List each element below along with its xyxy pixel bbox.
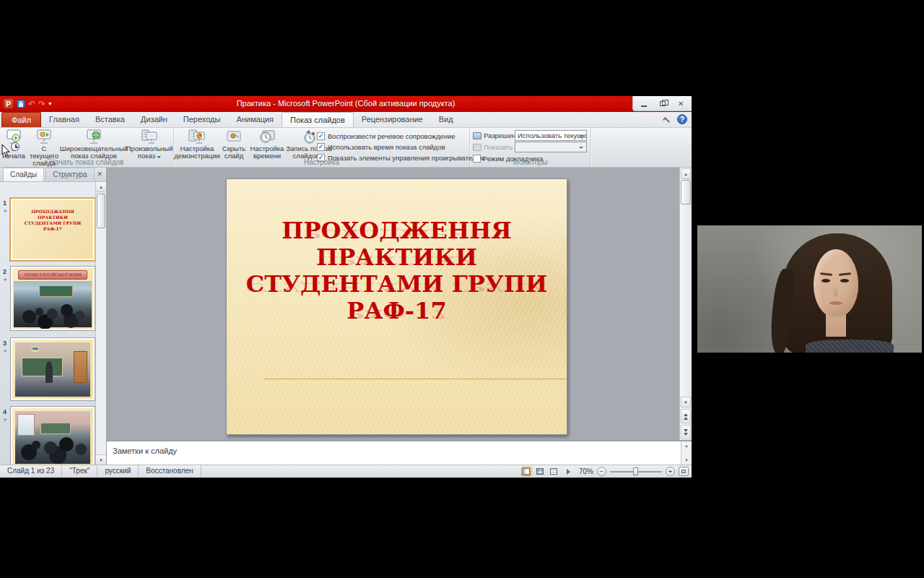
restore-icon (660, 101, 666, 106)
slide-canvas[interactable]: ПРОХОДЖЕННЯПРОХОДЖЕННЯ ПРАКТИКИПРАКТИКИ … (226, 178, 567, 435)
slide-4-number: 4 (3, 408, 6, 415)
save-icon[interactable] (17, 100, 25, 108)
monitor-icon (473, 132, 481, 139)
zoom-slider-thumb[interactable] (633, 467, 638, 475)
minimize-button[interactable] (636, 98, 652, 108)
group-start-slideshow: С начала С текущего слайда Широковещател… (0, 128, 174, 167)
webcam-video (697, 225, 922, 353)
scroll-up-icon[interactable]: ▲ (681, 168, 691, 179)
tab-slideshow[interactable]: Показ слайдов (282, 112, 354, 127)
panel-scrollbar-thumb[interactable] (97, 194, 105, 228)
scroll-down-icon[interactable]: ▼ (681, 456, 692, 465)
slide-thumbnail-1[interactable]: ПРОХОДЖЕННЯ ПРАКТИКИ СТУДЕНТАМИ ГРУПИ РА… (9, 197, 95, 262)
zoom-out-button[interactable]: − (597, 467, 606, 476)
powerpoint-window: P ↶ ↷ ▾ Практика - Microsoft PowerPoint … (0, 96, 692, 478)
view-reading-button[interactable] (549, 467, 559, 476)
status-language[interactable]: русский (97, 465, 139, 478)
slideshow-view-icon (567, 469, 570, 475)
tab-design[interactable]: Дизайн (133, 112, 175, 127)
panel-close-icon[interactable]: ✕ (97, 171, 103, 178)
minimize-icon (641, 105, 647, 107)
editor-scrollbar-thumb[interactable] (681, 180, 691, 204)
tab-transitions[interactable]: Переходы (175, 112, 229, 127)
play-from-current-icon (35, 129, 53, 145)
editor-scrollbar[interactable]: ▲ ▼ (679, 168, 692, 440)
redo-icon[interactable]: ↷ (38, 99, 45, 109)
slide-3-number: 3 (3, 340, 6, 347)
group-label-setup: Настройка (174, 158, 469, 167)
rehearse-clock-icon (258, 129, 276, 145)
tab-home[interactable]: Главная (41, 112, 87, 127)
scroll-down-icon[interactable]: ▼ (96, 454, 106, 465)
zoom-slider[interactable] (610, 467, 662, 476)
slide-thumbnail-2[interactable]: УРОКИ З РОСІЙСЬКОЇ МОВИ (10, 266, 95, 331)
previous-slide-button[interactable] (681, 409, 691, 423)
normal-view-icon (523, 468, 530, 475)
checkbox-use-timings[interactable]: ✓ Использовать время показа слайдов (317, 142, 468, 152)
notes-scrollbar[interactable]: ▲ ▼ (681, 441, 692, 465)
scroll-down-icon[interactable]: ▼ (681, 397, 691, 407)
mouse-cursor (1, 144, 26, 160)
restore-button[interactable] (655, 98, 671, 108)
slide-sorter-icon (536, 468, 544, 475)
fit-to-window-button[interactable] (679, 467, 689, 476)
slide-editor: ПРОХОДЖЕННЯПРОХОДЖЕННЯ ПРАКТИКИПРАКТИКИ … (107, 168, 692, 440)
tab-review[interactable]: Рецензирование (354, 112, 431, 127)
animation-star-icon[interactable]: ★ (3, 208, 7, 214)
hide-slide-icon (225, 129, 243, 145)
view-sorter-button[interactable] (535, 467, 545, 476)
panel-scrollbar[interactable]: ▲ ▼ (95, 182, 106, 465)
close-button[interactable]: ✕ (673, 98, 689, 108)
from-current-slide-button[interactable]: С текущего слайда (27, 129, 61, 159)
zoom-level[interactable]: 70% (576, 467, 593, 475)
custom-slideshow-button[interactable]: Произвольный показ (127, 129, 172, 159)
show-on-combobox[interactable] (515, 142, 587, 152)
broadcast-slideshow-button[interactable]: Широковещательный показ слайдов (62, 129, 126, 159)
animation-star-icon[interactable]: ★ (3, 348, 7, 354)
notes-pane[interactable]: Заметки к слайду ▲ ▼ (107, 440, 692, 465)
status-autosave: Восстановлен (139, 465, 201, 478)
hide-slide-button[interactable]: Скрыть слайд (219, 129, 248, 159)
title-bar[interactable]: P ↶ ↷ ▾ Практика - Microsoft PowerPoint … (0, 96, 692, 112)
view-slideshow-button[interactable] (562, 467, 572, 476)
group-setup: Настройка демонстрации Скрыть слайд Наст… (174, 128, 470, 167)
thumb3-photo (15, 342, 90, 397)
person-shirt (806, 340, 894, 353)
group-monitors: Разрешение: Использовать текуще... Показ… (470, 128, 591, 167)
status-theme[interactable]: "Трек" (62, 465, 97, 478)
minimize-ribbon-icon[interactable] (663, 116, 670, 124)
panel-tab-slides[interactable]: Слайды (3, 168, 44, 181)
zoom-in-button[interactable]: + (666, 467, 675, 476)
checkbox-play-narrations[interactable]: ✓ Воспроизвести речевое сопровождение (317, 131, 468, 141)
thumb1-title: ПРОХОДЖЕННЯ ПРАКТИКИ СТУДЕНТАМИ ГРУПИ РА… (12, 200, 93, 232)
slide-title[interactable]: ПРОХОДЖЕННЯПРОХОДЖЕННЯ ПРАКТИКИПРАКТИКИ … (227, 218, 567, 325)
quick-access-toolbar: P ↶ ↷ ▾ (3, 98, 51, 109)
animation-star-icon[interactable]: ★ (3, 277, 7, 282)
slides-panel: Слайды Структура ✕ 1 ★ ПРОХОДЖЕННЯ ПРАКТ… (0, 168, 107, 465)
notes-placeholder[interactable]: Заметки к слайду (113, 447, 177, 455)
person-face (814, 249, 858, 317)
rehearse-timings-button[interactable]: Настройка времени (250, 129, 284, 159)
next-slide-button[interactable] (681, 425, 691, 439)
slide-thumbnail-4[interactable] (10, 406, 95, 465)
view-normal-button[interactable] (521, 467, 531, 476)
animation-star-icon[interactable]: ★ (3, 417, 7, 423)
help-button[interactable]: ? (677, 114, 687, 124)
scroll-up-icon[interactable]: ▲ (96, 182, 106, 192)
reading-view-icon (550, 468, 557, 475)
scroll-up-icon[interactable]: ▲ (681, 441, 692, 450)
tab-file[interactable]: Файл (1, 112, 41, 127)
tab-animations[interactable]: Анимация (228, 112, 282, 127)
slide-2-number: 2 (3, 268, 6, 275)
desktop-screen: P ↶ ↷ ▾ Практика - Microsoft PowerPoint … (0, 0, 924, 578)
qat-dropdown-icon[interactable]: ▾ (48, 99, 51, 109)
setup-slideshow-button[interactable]: Настройка демонстрации (176, 129, 218, 159)
resolution-combobox[interactable]: Использовать текуще... (515, 130, 587, 141)
panel-tab-outline[interactable]: Структура (45, 168, 94, 181)
tab-view[interactable]: Вид (431, 112, 461, 127)
undo-icon[interactable]: ↶ (28, 99, 35, 109)
monitor-icon-disabled (473, 144, 481, 151)
slide-thumbnail-3[interactable] (10, 337, 95, 401)
powerpoint-logo-icon[interactable]: P (3, 98, 14, 109)
tab-insert[interactable]: Вставка (87, 112, 133, 127)
